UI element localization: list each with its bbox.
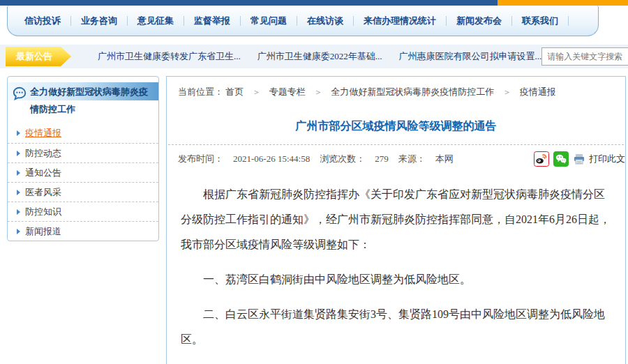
search-area: 智能搜索 [541,47,628,66]
top-navigation: 信访投诉 业务咨询 意见征集 监督举报 常见问题 在线访谈 来信办理情况统计 新… [7,6,599,36]
announcement-links: 广州市卫生健康委转发广东省卫生... 广州市卫生健康委2022年基础... 广州… [81,50,541,63]
triangle-bullet-icon [17,209,20,215]
triangle-bullet-icon [17,151,20,156]
publish-time-label: 发布时间： [178,153,223,165]
nav-item-press[interactable]: 新闻发布会 [447,15,511,27]
sidebar-item-label: 防控知识 [25,206,61,218]
main-area: 全力做好新型冠状病毒肺炎疫情防控工作 疫情通报 防控动态 通知公告 医者风采 防… [0,76,628,364]
triangle-bullet-icon [17,190,20,195]
sidebar-item-control-updates[interactable]: 防控动态 [8,143,158,162]
nav-item-letter-stats[interactable]: 来信办理情况统计 [354,15,446,27]
sidebar-item-label: 防控动态 [25,147,61,160]
article-panel: 当前位置： 首页 ＞ 专题专栏 ＞ 全力做好新型冠状病毒肺炎疫情防控工作 ＞ 疫… [166,76,626,364]
sidebar-item-notices[interactable]: 通知公告 [8,162,158,182]
sidebar: 全力做好新型冠状病毒肺炎疫情防控工作 疫情通报 防控动态 通知公告 医者风采 防… [7,76,159,241]
breadcrumb-epidemic-report[interactable]: 疫情通报 [520,86,556,97]
nav-item-contact[interactable]: 联系我们 [512,15,568,27]
breadcrumb-separator: ＞ [503,87,511,97]
share-group: 打印此文 [530,151,625,167]
article-paragraph: 二、白云区永平街道集贤路集安街3号、集贤路109号由中风险地区调整为低风险地区。 [181,302,613,352]
publish-time-value: 2021-06-26 15:44:58 [233,153,310,165]
sidebar-item-news-reports[interactable]: 新闻报道 [8,221,158,241]
top-accent-strip [498,0,628,6]
nav-separator [568,16,569,26]
breadcrumb-prefix: 当前位置： [178,86,223,97]
breadcrumb: 当前位置： 首页 ＞ 专题专栏 ＞ 全力做好新型冠状病毒肺炎疫情防控工作 ＞ 疫… [167,77,625,103]
announcement-link[interactable]: 广州惠康医院有限公司拟申请设置... [399,50,542,63]
print-article-link[interactable]: 打印此文 [589,153,625,165]
weibo-share-icon[interactable] [534,151,549,167]
article-body: 根据广东省新冠肺炎防控指挥办《关于印发广东省应对新型冠状病毒肺炎疫情分区分级防控… [167,172,625,364]
article-paragraph: 根据广东省新冠肺炎防控指挥办《关于印发广东省应对新型冠状病毒肺炎疫情分区分级防控… [181,182,613,257]
triangle-bullet-icon [17,130,20,136]
sidebar-title: 全力做好新型冠状病毒肺炎疫情防控工作 [30,83,153,118]
announcement-link[interactable]: 广州市卫生健康委转发广东省卫生... [98,50,241,63]
nav-item-petition[interactable]: 信访投诉 [15,15,70,27]
source-value: 本网 [435,153,454,165]
nav-item-faq[interactable]: 常见问题 [241,15,297,27]
comment-bubble-icon [12,83,30,118]
sidebar-header: 全力做好新型冠状病毒肺炎疫情防控工作 [8,77,158,123]
views-value: 279 [375,153,389,165]
triangle-bullet-icon [17,170,20,176]
breadcrumb-covid-topic[interactable]: 全力做好新型冠状病毒肺炎疫情防控工作 [331,86,494,97]
nav-item-opinions[interactable]: 意见征集 [128,15,184,27]
views-label: 浏览次数： [320,153,365,165]
nav-item-interview[interactable]: 在线访谈 [297,15,353,27]
top-color-strip [0,0,628,6]
nav-item-consult[interactable]: 业务咨询 [71,15,127,27]
article-paragraph: 一、荔湾区白鹤洞街由中风险地区调整为低风险地区。 [181,267,613,292]
wechat-share-icon[interactable] [553,151,569,167]
announcement-link[interactable]: 广州市卫生健康委2022年基础... [257,50,382,63]
sidebar-item-label: 疫情通报 [25,127,61,139]
announcement-bar: 最新公告 广州市卫生健康委转发广东省卫生... 广州市卫生健康委2022年基础.… [0,45,628,68]
breadcrumb-special-topics[interactable]: 专题专栏 [269,86,306,97]
sidebar-item-label: 通知公告 [25,167,61,179]
print-icon[interactable] [573,153,585,165]
search-input[interactable] [541,47,628,66]
sidebar-item-label: 新闻报道 [25,225,61,238]
sidebar-item-epidemic-report[interactable]: 疫情通报 [8,123,158,143]
article-meta: 发布时间： 2021-06-26 15:44:58 浏览次数： 279 来源： … [167,145,625,172]
article-title: 广州市部分区域疫情风险等级调整的通告 [174,119,618,134]
sidebar-item-prevention-knowledge[interactable]: 防控知识 [8,202,158,221]
sidebar-item-doctor-profiles[interactable]: 医者风采 [8,182,158,202]
breadcrumb-home[interactable]: 首页 [225,86,244,97]
nav-item-supervision[interactable]: 监督举报 [184,15,240,27]
source-label: 来源： [398,153,426,165]
sidebar-item-label: 医者风采 [25,186,61,199]
latest-announcement-badge: 最新公告 [6,47,71,66]
breadcrumb-separator: ＞ [253,87,261,97]
triangle-bullet-icon [17,229,20,234]
breadcrumb-separator: ＞ [314,87,322,97]
